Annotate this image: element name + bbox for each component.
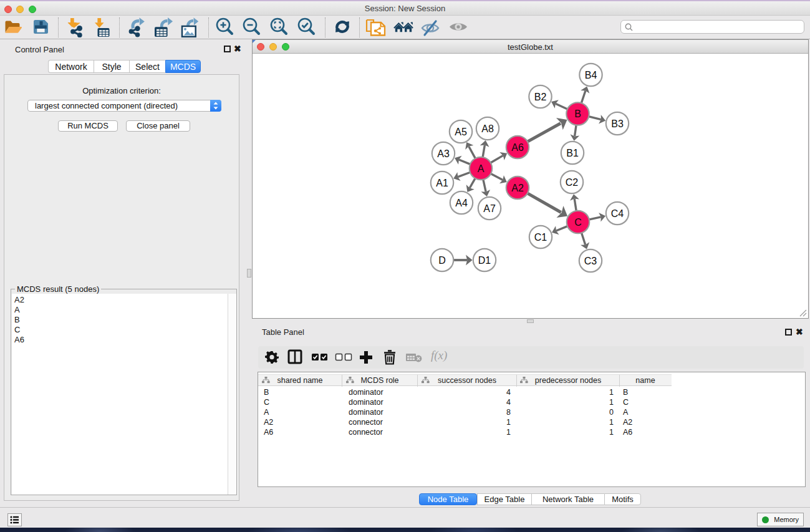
- svg-text:D: D: [438, 255, 446, 266]
- svg-text:A1: A1: [436, 178, 448, 188]
- svg-text:B3: B3: [611, 118, 624, 129]
- svg-text:A2: A2: [511, 183, 524, 193]
- svg-text:D1: D1: [478, 255, 491, 266]
- svg-text:C3: C3: [584, 256, 597, 266]
- svg-text:A7: A7: [483, 203, 496, 214]
- svg-text:B: B: [574, 109, 581, 119]
- svg-text:B4: B4: [585, 70, 597, 80]
- svg-text:A3: A3: [437, 148, 450, 159]
- svg-text:C1: C1: [534, 232, 547, 243]
- svg-text:B2: B2: [534, 92, 547, 102]
- svg-text:A5: A5: [455, 127, 467, 137]
- svg-text:A6: A6: [511, 142, 524, 153]
- svg-text:C2: C2: [566, 177, 579, 188]
- svg-text:C4: C4: [611, 208, 624, 219]
- svg-text:A8: A8: [481, 123, 494, 134]
- svg-text:C: C: [574, 217, 582, 228]
- svg-text:B1: B1: [566, 148, 579, 158]
- svg-text:A: A: [478, 163, 485, 174]
- svg-text:A4: A4: [455, 198, 468, 208]
